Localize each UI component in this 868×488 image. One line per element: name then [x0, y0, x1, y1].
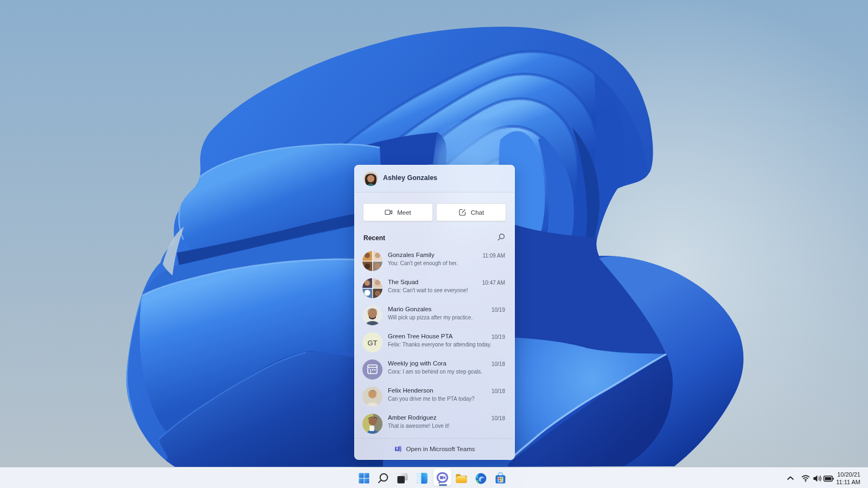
svg-text:GT: GT [367, 339, 377, 347]
